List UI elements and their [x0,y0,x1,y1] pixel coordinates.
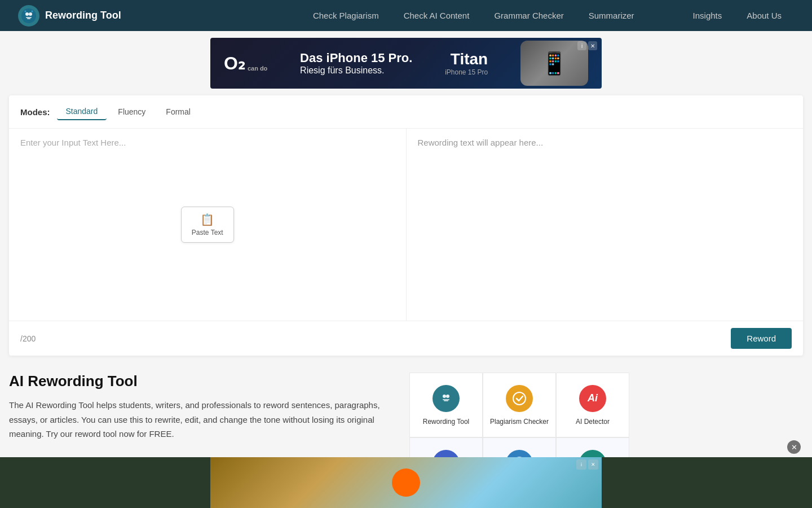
reword-button[interactable]: Reword [731,328,792,349]
ad-info-btn[interactable]: i [576,459,586,470]
nav-insights[interactable]: Insights [681,0,735,31]
ad-top-icons: i ✕ [576,459,598,470]
nav-check-plagiarism[interactable]: Check Plagiarism [301,0,391,31]
ad-close-button[interactable]: ✕ [787,440,801,454]
ai-detector-icon: Ai [579,385,606,412]
navigation: Rewording Tool Check Plagiarism Check AI… [0,0,812,31]
bottom-bar: /200 Reword [9,321,803,356]
rewording-tool-icon [433,385,460,412]
svg-point-2 [29,12,32,16]
mode-fluency[interactable]: Fluency [109,104,155,120]
nav-summarizer[interactable]: Summarizer [576,0,647,31]
svg-point-5 [25,10,27,12]
clipboard-icon: 📋 [200,213,214,226]
editor-area: Enter your Input Text Here... 📋 Paste Te… [9,129,803,321]
ad-main-text: Das iPhone 15 Pro. Riesig fürs Business. [300,51,412,76]
output-placeholder: Rewording text will appear here... [418,138,544,147]
nav-about-us[interactable]: About Us [734,0,794,31]
bottom-ad-overlay: i ✕ [0,457,812,508]
mode-formal[interactable]: Formal [157,104,200,120]
content-description: The AI Rewording Tool helps students, wr… [9,398,392,441]
modes-bar: Modes: Standard Fluency Formal [9,95,803,129]
svg-point-0 [21,8,36,23]
output-pane: Rewording text will appear here... [407,129,804,321]
svg-rect-3 [26,17,32,18]
tool-container: Modes: Standard Fluency Formal Enter you… [9,95,803,356]
svg-point-1 [25,12,29,16]
ad-tagline: can do [248,65,267,72]
tool-card-rewording[interactable]: Rewording Tool [409,373,483,437]
ad-orange-circle [392,468,420,497]
paste-button[interactable]: 📋 Paste Text [181,207,234,243]
ad-brand-name: O₂ [224,52,245,74]
svg-rect-9 [443,399,449,400]
svg-point-7 [443,395,446,398]
modes-label: Modes: [20,107,50,117]
tool-card-plagiarism[interactable]: Plagiarism Checker [483,373,556,437]
tool-card-ai-detector[interactable]: Ai AI Detector [556,373,629,437]
top-ad-banner: O₂ can do Das iPhone 15 Pro. Riesig fürs… [210,38,602,89]
content-heading: AI Rewording Tool [9,373,392,390]
nav-links: Check Plagiarism Check AI Content Gramma… [301,0,647,31]
svg-point-8 [446,395,449,398]
input-pane: Enter your Input Text Here... 📋 Paste Te… [9,129,407,321]
nav-grammar-checker[interactable]: Grammar Checker [482,0,576,31]
svg-rect-10 [444,400,448,401]
nav-right-links: Insights About Us [681,0,794,31]
logo[interactable]: Rewording Tool [18,5,121,27]
ad-product-name: Titan [445,50,488,68]
bottom-ad-inner: i ✕ [210,457,602,508]
nav-check-ai-content[interactable]: Check AI Content [391,0,482,31]
bottom-ad-image [210,457,602,508]
ad-product-sub: iPhone 15 Pro [445,68,488,76]
ad-product-info: Titan iPhone 15 Pro [445,50,488,76]
paste-button-label: Paste Text [192,229,223,237]
logo-text: Rewording Tool [45,10,121,21]
rewording-tool-label: Rewording Tool [423,418,470,426]
ad-brand: O₂ can do [224,52,267,74]
ad-corner-icons: i ✕ [577,41,597,50]
ad-x-btn[interactable]: ✕ [588,459,598,470]
logo-svg [21,8,37,24]
word-count: /200 [20,334,36,343]
ad-info-icon[interactable]: i [577,41,586,50]
ad-close-icon[interactable]: ✕ [588,41,597,50]
svg-point-11 [513,392,526,405]
svg-point-6 [32,10,33,12]
content-text-block: AI Rewording Tool The AI Rewording Tool … [9,373,392,441]
ad-o2-logo: O₂ can do [224,52,267,74]
ad-headline2: Riesig fürs Business. [300,65,412,76]
logo-icon [18,5,39,27]
ai-detector-label: AI Detector [576,418,610,426]
mode-standard[interactable]: Standard [57,103,107,120]
svg-rect-4 [27,18,30,19]
ad-headline1: Das iPhone 15 Pro. [300,51,412,65]
plagiarism-checker-label: Plagiarism Checker [490,418,549,426]
plagiarism-checker-icon [506,385,533,412]
